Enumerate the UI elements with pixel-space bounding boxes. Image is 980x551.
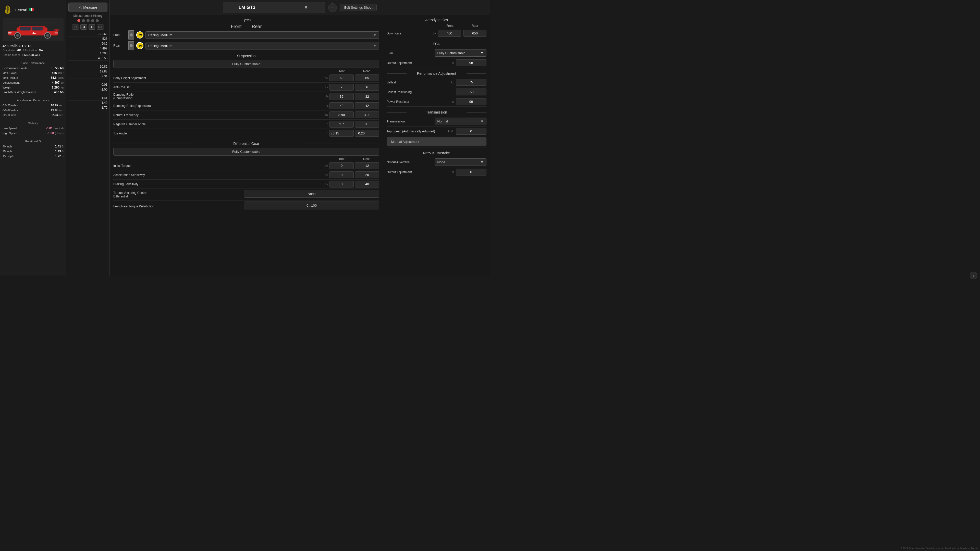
- r1-label[interactable]: R1: [97, 24, 104, 30]
- transmission-title: Transmission: [387, 110, 487, 114]
- diff-front-header: Front: [328, 157, 354, 161]
- initial-torque-front[interactable]: 0: [329, 162, 354, 169]
- toe-front[interactable]: ↕ 0.15: [329, 130, 354, 137]
- next-history-button[interactable]: ▶: [89, 24, 95, 30]
- nat-freq-row: Natural Frequency Hz 3.90 3.90: [113, 110, 379, 120]
- menu-icon-button[interactable]: ≡: [303, 4, 310, 11]
- l1-label[interactable]: L1: [72, 24, 79, 30]
- front-tyre-select[interactable]: Racing: Medium ▼: [145, 32, 379, 39]
- body-height-front[interactable]: 60: [329, 75, 354, 81]
- tyres-section-header: Tyres: [113, 18, 379, 22]
- ecu-output-value[interactable]: 98: [456, 59, 487, 66]
- top-bar: LM GT3 ≡ ··· Edit Settings Sheet: [110, 0, 490, 15]
- damping-exp-rear[interactable]: 42: [355, 102, 379, 109]
- top-speed-value[interactable]: 0: [456, 128, 487, 135]
- aero-rear-header: Rear: [463, 24, 487, 27]
- history-values-list: 722.68 526 54.6 4,497 1,290 45 : 55 10.8…: [68, 32, 107, 110]
- nat-freq-front[interactable]: 3.90: [329, 111, 354, 118]
- accel-sensitivity-rear[interactable]: 20: [355, 171, 379, 178]
- nitrous-output-value[interactable]: 0: [456, 168, 487, 176]
- car-title-text: LM GT3: [239, 5, 256, 10]
- svg-rect-4: [32, 27, 43, 30]
- history-dot-4[interactable]: [96, 19, 99, 22]
- braking-sensitivity-front[interactable]: 0: [329, 181, 354, 187]
- damping-comp-rear[interactable]: 32: [355, 93, 379, 100]
- front-tyre-icon: [128, 30, 134, 40]
- power-restrictor-row: Power Restrictor % 99: [387, 97, 487, 106]
- camber-rear[interactable]: 3.5: [355, 121, 379, 127]
- ecu-select[interactable]: Fully Customisable ▼: [434, 49, 487, 57]
- ballast-value[interactable]: 75: [456, 79, 487, 86]
- ballast-row: Ballast kg 75: [387, 78, 487, 87]
- torque-vectoring-row: Torque-Vectoring CentreDifferential None: [113, 189, 379, 200]
- right-settings: Aerodynamics Front Rear Downforce Lv. 40…: [383, 15, 490, 275]
- initial-torque-rear[interactable]: 12: [355, 162, 379, 169]
- aerodynamics-title: Aerodynamics: [387, 18, 487, 22]
- anti-roll-rear[interactable]: 6: [355, 84, 379, 91]
- history-dot-2[interactable]: [86, 19, 89, 22]
- svg-rect-11: [56, 29, 57, 32]
- hist-val-displacement: 4,497: [68, 46, 107, 51]
- downforce-rear[interactable]: 650: [463, 30, 487, 37]
- differential-section: Differential Gear Fully Customisable Fro…: [113, 141, 379, 212]
- ecu-title: ECU: [387, 42, 487, 46]
- nat-freq-rear[interactable]: 3.90: [355, 111, 379, 118]
- braking-sensitivity-rear[interactable]: 40: [355, 181, 379, 187]
- camber-front[interactable]: 2.7: [329, 121, 354, 127]
- nitrous-select[interactable]: None ▼: [434, 159, 487, 166]
- damping-comp-front[interactable]: 32: [329, 93, 354, 100]
- ballast-pos-value[interactable]: -50: [456, 89, 487, 95]
- body-height-rear[interactable]: 65: [355, 75, 379, 81]
- aero-front-header: Front: [438, 24, 461, 27]
- measure-button[interactable]: △ Measure: [68, 3, 107, 12]
- options-dots-button[interactable]: ···: [328, 3, 337, 12]
- rear-tyre-icon: [128, 41, 134, 50]
- downforce-row: Downforce Lv. 400 650: [387, 29, 487, 38]
- max-power-row: Max. Power 526 BHP: [3, 70, 64, 75]
- power-restrictor-value[interactable]: 99: [456, 98, 487, 105]
- nitrous-output-row: Output Adjustment % 0: [387, 167, 487, 177]
- front-rear-tyre-header: Front Rear: [113, 24, 379, 29]
- hist-val-accel2: 19.83: [68, 69, 107, 74]
- svg-rect-13: [55, 32, 58, 33]
- anti-roll-front[interactable]: 7: [329, 84, 354, 91]
- toe-row: Toe Angle ° ↕ 0.15 ↕ 0.20: [113, 129, 379, 138]
- car-specs-row: Drivetrain MR / Aspiration NA: [3, 49, 64, 52]
- damping-exp-front[interactable]: 42: [329, 102, 354, 109]
- transmission-select[interactable]: Normal ▼: [434, 118, 487, 125]
- svg-point-8: [46, 34, 49, 37]
- svg-rect-12: [8, 32, 12, 33]
- pp-row: Performance Points PP 722.68: [3, 65, 64, 70]
- flag-icon: 🇮🇹: [29, 7, 34, 12]
- history-controls: L1 ◀ ▶ R1: [72, 24, 103, 30]
- differential-col-headers: Front Rear: [113, 157, 379, 161]
- toe-rear[interactable]: ↕ 0.20: [355, 130, 379, 137]
- ecu-type-row: ECU Fully Customisable ▼: [387, 48, 487, 58]
- history-dot-1[interactable]: [82, 19, 85, 22]
- transmission-dropdown-arrow: ▼: [480, 119, 484, 123]
- measure-panel: △ Measure Measurement History L1 ◀ ▶ R1 …: [66, 0, 110, 275]
- history-dot-0[interactable]: [77, 19, 80, 22]
- engine-model-row: Engine Model F136-458-GT3: [3, 53, 64, 56]
- stability-title: Stability: [3, 122, 64, 125]
- max-torque-value: 54.6: [51, 76, 56, 79]
- torque-distribution-value[interactable]: 0 : 100: [244, 202, 379, 210]
- car-image-area: 21: [3, 18, 64, 41]
- pp-value: 722.68: [54, 66, 64, 70]
- downforce-front[interactable]: 400: [438, 30, 461, 37]
- performance-adj-section: Performance Adjustment Ballast kg 75 Bal…: [387, 71, 487, 106]
- braking-sensitivity-row: Braking Sensitivity Lv. 0 40: [113, 179, 379, 189]
- ecu-section: ECU ECU Fully Customisable ▼ Output Adju…: [387, 42, 487, 68]
- car-name: 458 Italia GT3 '13: [3, 44, 64, 48]
- engine-value: F136-458-GT3: [22, 53, 40, 56]
- rot-g-150: 150 mph 1.72G: [3, 154, 64, 159]
- edit-settings-button[interactable]: Edit Settings Sheet: [340, 4, 377, 11]
- accel-sensitivity-front[interactable]: 0: [329, 171, 354, 178]
- prev-history-button[interactable]: ◀: [80, 24, 87, 30]
- history-dot-3[interactable]: [91, 19, 94, 22]
- manual-adjustment-button[interactable]: Manual Adjustment ···: [387, 138, 487, 146]
- manufacturer-name: Ferrari 🇮🇹: [15, 7, 34, 12]
- settings-area: Tyres Front Rear Front RM Racing: Medium…: [110, 15, 490, 275]
- tyres-section: Tyres Front Rear Front RM Racing: Medium…: [113, 18, 379, 50]
- rear-tyre-select[interactable]: Racing: Medium ▼: [145, 42, 379, 49]
